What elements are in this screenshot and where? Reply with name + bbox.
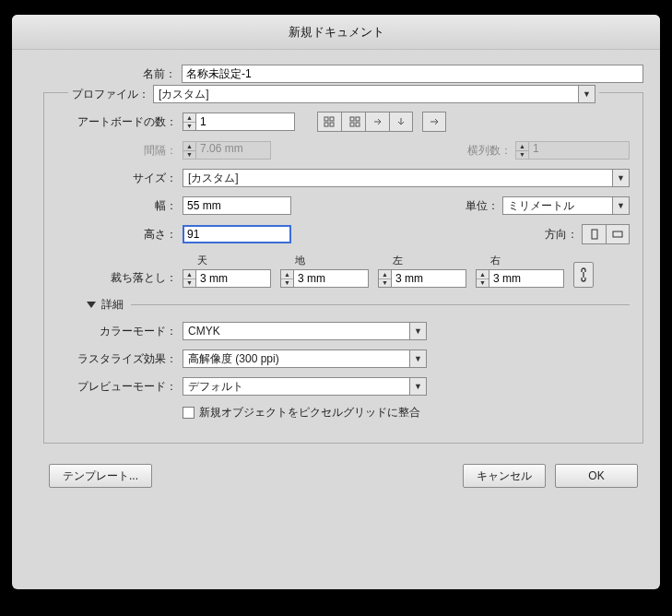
- align-pixel-grid-checkbox[interactable]: 新規オブジェクトをピクセルグリッドに整合: [183, 405, 420, 421]
- svg-rect-0: [324, 117, 328, 121]
- chevron-down-icon: ▼: [612, 170, 629, 186]
- svg-rect-7: [356, 123, 360, 126]
- profile-label: プロファイル: [72, 87, 149, 102]
- chevron-down-icon: ▼: [578, 86, 595, 102]
- orientation-label: 方向: [545, 227, 578, 243]
- chevron-down-icon: ▼: [409, 350, 426, 367]
- preview-label: プレビューモード: [44, 379, 183, 395]
- bleed-top-input[interactable]: [195, 269, 271, 288]
- bleed-bottom-input[interactable]: [293, 269, 369, 288]
- profile-dropdown[interactable]: [カスタム] ▼: [153, 85, 595, 103]
- svg-rect-1: [330, 117, 334, 121]
- orientation-landscape-button[interactable]: [606, 224, 630, 244]
- units-dropdown[interactable]: ミリメートル ▼: [502, 196, 630, 215]
- profile-section: プロファイル [カスタム] ▼ アートボードの数 ▲▼: [43, 92, 643, 444]
- bleed-right-input[interactable]: [489, 269, 564, 288]
- template-button[interactable]: テンプレート...: [49, 464, 152, 488]
- bleed-right-label: 右: [476, 254, 564, 267]
- svg-rect-3: [330, 123, 334, 126]
- svg-rect-9: [613, 231, 622, 237]
- cancel-button[interactable]: キャンセル: [463, 464, 546, 488]
- columns-label: 横列数: [467, 143, 512, 159]
- svg-rect-4: [350, 117, 354, 121]
- height-label: 高さ: [44, 227, 183, 243]
- col-down-icon[interactable]: [389, 112, 413, 132]
- raster-dropdown[interactable]: 高解像度 (300 ppi) ▼: [183, 349, 427, 368]
- bleed-bottom-label: 地: [280, 254, 369, 267]
- bleed-top-label: 天: [183, 254, 271, 267]
- row-rtl-icon[interactable]: [365, 112, 389, 132]
- name-input[interactable]: [182, 65, 643, 83]
- arrange-right-icon[interactable]: [422, 112, 446, 132]
- grid-col-icon[interactable]: [341, 112, 365, 132]
- artboards-input[interactable]: [195, 113, 295, 131]
- bleed-right-stepper[interactable]: ▲▼: [476, 269, 564, 288]
- orientation-portrait-button[interactable]: [582, 224, 606, 244]
- bleed-label: 裁ち落とし: [44, 270, 183, 288]
- size-dropdown[interactable]: [カスタム] ▼: [183, 169, 630, 187]
- chevron-down-icon: ▼: [612, 197, 629, 214]
- bleed-link-button[interactable]: [573, 262, 594, 288]
- bleed-left-input[interactable]: [391, 269, 466, 288]
- width-input[interactable]: [183, 196, 291, 215]
- artboards-stepper[interactable]: ▲▼: [183, 113, 295, 131]
- chevron-down-icon: ▼: [409, 378, 426, 395]
- artboards-label: アートボードの数: [44, 114, 183, 130]
- checkbox-icon: [183, 407, 195, 419]
- svg-rect-6: [350, 123, 354, 126]
- colormode-label: カラーモード: [44, 324, 183, 339]
- size-label: サイズ: [44, 171, 183, 186]
- height-input[interactable]: [183, 225, 291, 243]
- spacing-stepper: ▲▼ 7.06 mm: [183, 141, 271, 160]
- artboard-layout-buttons[interactable]: [317, 112, 413, 132]
- ok-button[interactable]: OK: [555, 464, 638, 488]
- chevron-down-icon: ▼: [409, 323, 426, 339]
- advanced-toggle[interactable]: 詳細: [87, 297, 630, 313]
- units-label: 単位: [466, 198, 499, 214]
- svg-rect-5: [356, 117, 360, 121]
- svg-rect-2: [324, 123, 328, 126]
- name-label: 名前: [43, 66, 182, 82]
- colormode-dropdown[interactable]: CMYK ▼: [183, 322, 427, 340]
- bleed-bottom-stepper[interactable]: ▲▼: [280, 269, 369, 288]
- bleed-left-label: 左: [378, 254, 466, 267]
- grid-row-icon[interactable]: [317, 112, 341, 132]
- dialog-title: 新規ドキュメント: [12, 15, 660, 50]
- bleed-left-stepper[interactable]: ▲▼: [378, 269, 466, 288]
- disclosure-down-icon: [87, 302, 96, 308]
- width-label: 幅: [44, 198, 183, 214]
- bleed-top-stepper[interactable]: ▲▼: [183, 269, 271, 288]
- svg-rect-8: [592, 230, 597, 239]
- preview-dropdown[interactable]: デフォルト ▼: [183, 377, 427, 396]
- raster-label: ラスタライズ効果: [44, 351, 183, 367]
- columns-stepper: ▲▼ 1: [515, 141, 630, 160]
- new-document-dialog: 新規ドキュメント 名前 プロファイル [カスタム] ▼ アートボードの数 ▲▼: [12, 15, 660, 589]
- spacing-label: 間隔: [44, 143, 183, 159]
